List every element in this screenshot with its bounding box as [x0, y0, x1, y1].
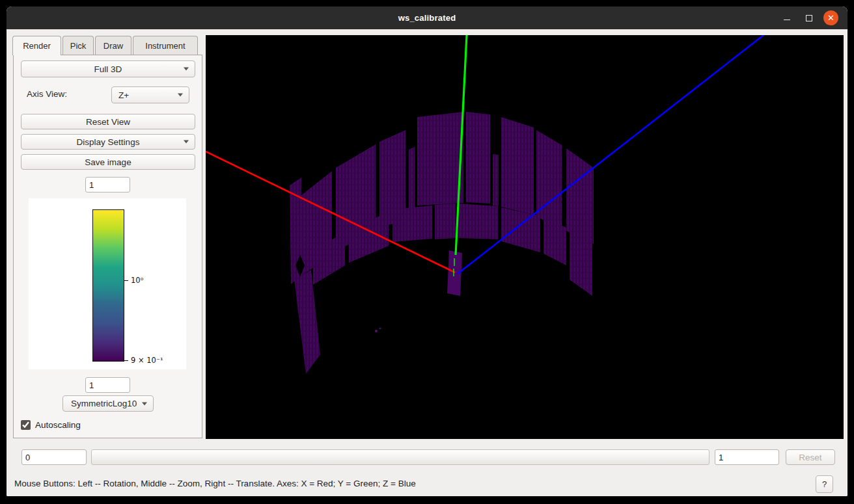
chevron-down-icon — [142, 402, 147, 405]
save-image-button[interactable]: Save image — [21, 154, 195, 170]
scale-max-input[interactable]: 1 — [85, 177, 130, 192]
colorbar-tick-mark — [124, 360, 128, 361]
client-area: Render Pick Draw Instrument Full 3D Axis… — [7, 29, 847, 496]
distant-detector-fragment — [379, 328, 381, 330]
distant-detector-fragment — [375, 330, 378, 332]
minimize-icon — [784, 20, 790, 20]
window-controls: ✕ — [779, 7, 838, 29]
app-window: ws_calibrated ✕ Render Pick Draw Instrum… — [7, 7, 847, 496]
integration-max-input[interactable]: 1 — [715, 449, 779, 465]
maximize-button[interactable] — [801, 10, 817, 26]
axis-view-label: Axis View: — [27, 89, 67, 99]
instrument-detector-banks — [290, 112, 594, 374]
reset-view-button[interactable]: Reset View — [21, 114, 195, 129]
instrument-scene — [206, 35, 844, 439]
projection-value: Full 3D — [94, 64, 122, 74]
instrument-3d-view[interactable] — [206, 35, 844, 439]
autoscaling-label: Autoscaling — [35, 420, 81, 430]
close-icon: ✕ — [827, 14, 834, 22]
display-settings-label: Display Settings — [77, 137, 140, 147]
maximize-icon — [806, 15, 812, 21]
scale-type-value: SymmetricLog10 — [71, 399, 137, 408]
render-panel: Full 3D Axis View: Z+ Reset View Display… — [13, 55, 202, 438]
axis-view-select[interactable]: Z+ — [111, 86, 189, 103]
integration-range-slider[interactable] — [91, 449, 709, 465]
tab-draw[interactable]: Draw — [95, 36, 131, 55]
colorbar-tick-mark — [124, 280, 128, 281]
chevron-down-icon — [178, 94, 183, 97]
display-settings-button[interactable]: Display Settings — [21, 134, 195, 150]
colorbar-tick-upper: 10⁰ — [131, 276, 143, 285]
scale-min-input[interactable]: 1 — [85, 377, 130, 393]
tab-render[interactable]: Render — [12, 36, 61, 55]
help-button[interactable]: ? — [816, 475, 833, 493]
close-button[interactable]: ✕ — [823, 10, 838, 25]
window-title: ws_calibrated — [398, 13, 456, 23]
axis-view-value: Z+ — [118, 90, 129, 100]
projection-select[interactable]: Full 3D — [21, 60, 195, 77]
integration-reset-button[interactable]: Reset — [786, 449, 835, 465]
tab-instrument[interactable]: Instrument — [133, 36, 198, 55]
autoscaling-checkbox[interactable] — [21, 420, 31, 430]
autoscaling-row: Autoscaling — [21, 420, 81, 430]
tab-pick[interactable]: Pick — [62, 36, 94, 55]
title-bar[interactable]: ws_calibrated ✕ — [7, 7, 847, 29]
integration-min-input[interactable]: 0 — [21, 449, 87, 465]
scale-type-select[interactable]: SymmetricLog10 — [62, 395, 154, 412]
colorbar-gradient[interactable] — [92, 209, 124, 362]
chevron-down-icon — [184, 140, 189, 144]
colorbar-tick-lower: 9 × 10⁻¹ — [131, 356, 163, 365]
colorbar-panel: 10⁰ 9 × 10⁻¹ — [29, 198, 186, 369]
minimize-button[interactable] — [779, 10, 795, 26]
chevron-down-icon — [184, 68, 189, 71]
status-text: Mouse Buttons: Left -- Rotation, Middle … — [14, 479, 416, 488]
